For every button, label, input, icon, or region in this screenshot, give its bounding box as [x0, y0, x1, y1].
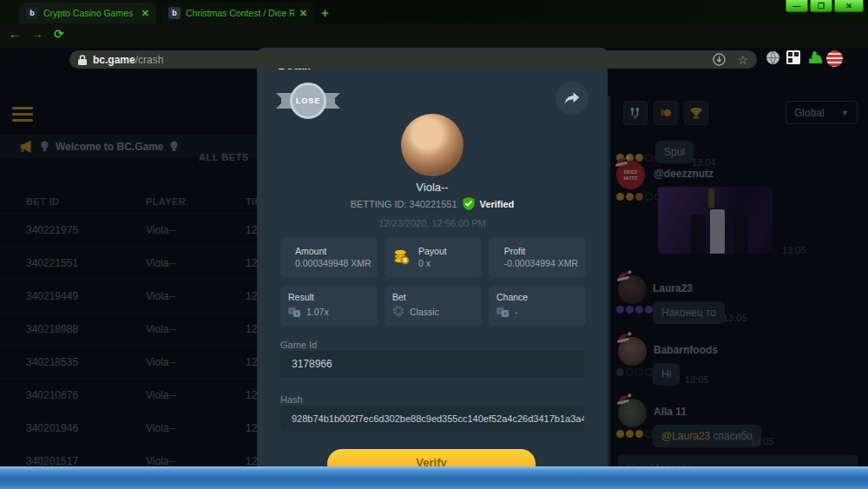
globe-extension-icon[interactable] [766, 50, 780, 65]
browser-tab-1[interactable]: b Crypto Casino Games - The 16 B ✕ [19, 3, 156, 23]
windows-taskbar [0, 466, 868, 489]
share-arrow-icon [564, 91, 580, 105]
dice-icon [288, 306, 301, 317]
qr-extension-icon[interactable] [786, 50, 800, 64]
screen: Welcome to BC.Game ALL BETS BET ID PLAYE… [0, 0, 868, 489]
stat-card-profit: $ Profit -0.00034994 XMR [489, 237, 586, 277]
dice-icon [496, 306, 510, 317]
stat-card-payout: N Payout 0 x [385, 237, 482, 277]
game-id-field[interactable]: 3178966 [280, 351, 584, 377]
svg-text:N: N [403, 257, 407, 263]
betting-id-row: BETTING ID: 340221551 Verified [257, 197, 608, 210]
lose-badge: LOSE [290, 83, 326, 119]
bet-datetime: 12/23/2020, 12:56:00 PM [257, 218, 608, 228]
url-bar[interactable]: bc.game/crash ☆ [69, 50, 757, 69]
hash-label: Hash [280, 394, 303, 405]
stat-card-chance: Chance - [489, 286, 586, 326]
stat-card-amount: $ Amount 0.000349948 XMR [280, 237, 378, 277]
tab-close-icon[interactable]: ✕ [141, 8, 149, 19]
verified-label: Verified [480, 199, 515, 209]
browser-profile-avatar[interactable] [826, 50, 843, 67]
forward-button[interactable]: → [31, 27, 43, 41]
bcgame-favicon: b [168, 7, 181, 19]
stat-card-bet: Bet Classic [385, 286, 482, 326]
verified-shield-icon [463, 197, 475, 210]
window-restore-button[interactable]: ❐ [810, 0, 832, 12]
back-button[interactable]: ← [9, 27, 21, 41]
bet-detail-modal: Detail ✕ LOSE Viola-- BETTING ID: 340221… [257, 48, 608, 466]
tab-close-icon[interactable]: ✕ [299, 8, 307, 19]
coins-stack-icon: N [392, 248, 411, 267]
url-text: bc.game/crash [93, 54, 163, 66]
stats-cards: $ Amount 0.000349948 XMR N Payout 0 x [280, 237, 586, 326]
bcgame-favicon: b [26, 7, 38, 19]
browser-tab-2[interactable]: b Christmas Contest / Dice Roll Hu ✕ [161, 3, 314, 23]
betting-id: BETTING ID: 340221551 [351, 199, 457, 209]
extensions-puzzle-icon[interactable] [807, 50, 822, 65]
window-minimize-button[interactable]: — [786, 0, 808, 12]
window-close-button[interactable]: ✕ [834, 0, 864, 12]
game-id-label: Game Id [280, 340, 317, 350]
send-to-device-icon[interactable] [713, 53, 726, 66]
share-button[interactable] [556, 82, 589, 115]
hash-field[interactable]: 928b74b1b002f7ec6d302be88c9ed355cc140ef5… [280, 406, 584, 432]
browser-tabstrip: b Crypto Casino Games - The 16 B ✕ b Chr… [0, 0, 868, 23]
verify-button[interactable]: Verify [327, 449, 536, 466]
new-tab-button[interactable]: + [321, 5, 329, 20]
stat-card-result: Result 1.07x [280, 286, 378, 326]
classic-game-icon [392, 305, 404, 317]
bookmark-star-icon[interactable]: ☆ [737, 53, 748, 67]
lock-icon [78, 55, 87, 65]
player-name: Viola-- [257, 181, 608, 194]
browser-toolbar: ← → ⟳ bc.game/crash ☆ [0, 23, 868, 48]
refresh-button[interactable]: ⟳ [54, 27, 64, 41]
player-avatar[interactable] [401, 114, 464, 176]
money-bag-icon: $ [496, 248, 497, 267]
